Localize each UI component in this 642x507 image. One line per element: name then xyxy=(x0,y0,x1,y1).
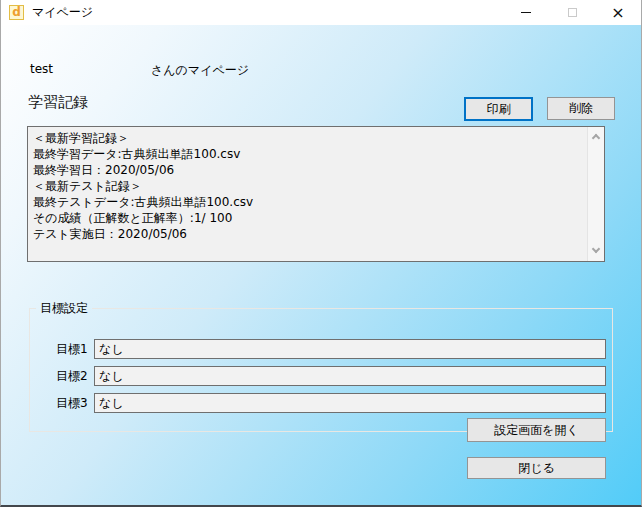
app-icon: d xyxy=(9,5,24,20)
goal1-label: 目標1 xyxy=(56,341,88,358)
goal2-field[interactable] xyxy=(94,366,606,386)
print-button[interactable]: 印刷 xyxy=(464,97,533,121)
log-line: その成績（正解数と正解率）:1/ 100 xyxy=(33,210,587,226)
maximize-icon xyxy=(568,8,577,17)
maximize-button xyxy=(549,0,595,25)
title-bar[interactable]: d マイページ × xyxy=(1,0,641,25)
client-area: test さんのマイページ 学習記録 印刷 削除 ＜最新学習記録＞ 最終学習デー… xyxy=(1,25,641,505)
mypage-suffix-label: さんのマイページ xyxy=(151,62,249,79)
log-text: ＜最新学習記録＞ 最終学習データ:古典頻出単語100.csv 最終学習日：202… xyxy=(28,127,587,261)
log-line: 最終学習日：2020/05/06 xyxy=(33,162,587,178)
window-title: マイページ xyxy=(32,4,93,21)
learning-record-log[interactable]: ＜最新学習記録＞ 最終学習データ:古典頻出単語100.csv 最終学習日：202… xyxy=(27,126,605,262)
goal3-label: 目標3 xyxy=(56,395,88,412)
log-line: 最終テストデータ:古典頻出単語100.csv xyxy=(33,194,587,210)
scroll-up-icon[interactable] xyxy=(592,133,600,141)
learning-record-heading: 学習記録 xyxy=(28,93,88,112)
username-label: test xyxy=(30,62,53,76)
close-button[interactable]: 閉じる xyxy=(467,457,606,479)
mypage-window: d マイページ × test さんのマイページ 学習記録 印刷 削除 ＜最新学習… xyxy=(0,0,642,507)
minimize-button[interactable] xyxy=(503,0,549,25)
close-window-button[interactable]: × xyxy=(595,0,641,25)
log-line: ＜最新学習記録＞ xyxy=(33,130,587,146)
delete-button[interactable]: 削除 xyxy=(547,97,615,120)
log-line: テスト実施日：2020/05/06 xyxy=(33,226,587,242)
log-scrollbar[interactable] xyxy=(587,127,604,261)
goal1-field[interactable] xyxy=(94,339,606,359)
close-icon: × xyxy=(611,5,624,21)
goal-settings-groupbox: 目標設定 目標1 目標2 目標3 設定画面を開く xyxy=(29,300,613,432)
log-line: 最終学習データ:古典頻出単語100.csv xyxy=(33,146,587,162)
caption-buttons: × xyxy=(503,0,641,25)
goal3-field[interactable] xyxy=(94,393,606,413)
log-line: ＜最新テスト記録＞ xyxy=(33,178,587,194)
open-settings-button[interactable]: 設定画面を開く xyxy=(467,418,606,442)
scroll-down-icon[interactable] xyxy=(592,247,600,255)
goal-settings-legend: 目標設定 xyxy=(36,300,92,317)
minimize-icon xyxy=(521,12,531,13)
goal2-label: 目標2 xyxy=(56,368,88,385)
